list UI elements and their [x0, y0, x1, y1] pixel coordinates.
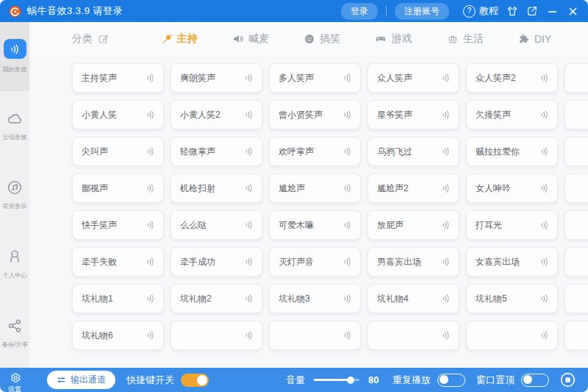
- sound-card[interactable]: [564, 63, 588, 93]
- sound-card-label: 鄙视声: [82, 182, 144, 195]
- sound-card[interactable]: 可爱木嘛: [269, 210, 361, 240]
- sound-card[interactable]: 女人呻吟: [466, 174, 558, 203]
- sidebar-item-label: 我的音效: [2, 65, 26, 74]
- sound-card-label: 坑礼物6: [82, 329, 144, 342]
- close-button[interactable]: [567, 5, 579, 18]
- sidebar-item-profile[interactable]: 个人中心: [0, 229, 29, 299]
- sound-card[interactable]: 牵手失败: [72, 247, 164, 277]
- sound-card[interactable]: 么么哒: [171, 210, 262, 240]
- sound-card[interactable]: 男嘉宾出场: [368, 247, 459, 277]
- sound-card[interactable]: 小黄人笑2: [171, 100, 262, 129]
- sound-card[interactable]: [171, 321, 262, 350]
- sound-card[interactable]: 快手笑声: [72, 210, 164, 240]
- speaker-waves-icon: [440, 109, 451, 121]
- login-button[interactable]: 登录: [341, 3, 378, 20]
- sound-card[interactable]: [564, 174, 588, 203]
- tab-shout[interactable]: 喊麦: [232, 32, 269, 46]
- sound-card[interactable]: [564, 100, 588, 129]
- sound-card[interactable]: 爽朗笑声: [171, 63, 262, 93]
- sidebar-item-settings[interactable]: 设置: [0, 368, 29, 392]
- sidebar-item-cloud-sounds[interactable]: 云端音效: [0, 91, 29, 160]
- sound-card[interactable]: 尴尬声: [269, 174, 361, 203]
- sound-card-label: 尴尬声2: [377, 182, 440, 195]
- category-button[interactable]: 分类: [72, 32, 110, 46]
- sound-card[interactable]: 多人笑声: [269, 63, 361, 93]
- tab-game[interactable]: 游戏: [375, 32, 412, 46]
- popout-icon[interactable]: [526, 5, 538, 17]
- hotkey-toggle[interactable]: [181, 374, 209, 387]
- sound-card-label: 可爱木嘛: [279, 219, 341, 232]
- sound-card[interactable]: 欢呼掌声: [269, 137, 361, 166]
- sound-card[interactable]: [564, 321, 588, 350]
- sidebar-item-my-sounds[interactable]: 我的音效: [0, 22, 29, 91]
- volume-knob[interactable]: [347, 377, 354, 384]
- sound-card[interactable]: [466, 321, 558, 350]
- stop-button[interactable]: [559, 371, 576, 388]
- microphone-icon: [161, 33, 173, 45]
- sound-card[interactable]: 尖叫声: [72, 137, 164, 166]
- sound-card-label: 曾小贤笑声: [279, 109, 341, 121]
- sound-card-label: 放屁声: [377, 219, 440, 232]
- tab-funny[interactable]: 搞笑: [304, 32, 340, 46]
- sound-card[interactable]: 女嘉宾出场: [466, 247, 558, 277]
- sound-card[interactable]: 坑礼物2: [171, 284, 262, 313]
- sound-card[interactable]: 曾小贤笑声: [269, 100, 361, 129]
- sidebar-item-bg-music[interactable]: 背景音乐: [0, 160, 29, 229]
- sound-card[interactable]: [564, 137, 588, 166]
- output-channel-button[interactable]: 输出通道: [47, 371, 115, 389]
- bottombar: 设置 输出通道 快捷键开关 音量 80 重复播放 窗口置顶: [0, 368, 588, 392]
- sound-card[interactable]: 坑礼物4: [368, 284, 459, 313]
- sound-card[interactable]: 众人笑声2: [466, 63, 558, 93]
- sound-card[interactable]: 尴尬声2: [368, 174, 459, 203]
- tab-host[interactable]: 主持: [161, 32, 198, 46]
- sound-card[interactable]: 轻微掌声: [171, 137, 262, 166]
- sound-card[interactable]: 众人笑声: [368, 63, 459, 93]
- sidebar-item-backup-share[interactable]: 备份/分享: [0, 299, 29, 368]
- sound-card[interactable]: 主持笑声: [72, 63, 164, 93]
- topmost-toggle[interactable]: [521, 374, 549, 387]
- sound-card[interactable]: [368, 321, 459, 350]
- sound-card[interactable]: 放屁声: [368, 210, 459, 240]
- sound-card[interactable]: [564, 247, 588, 277]
- sound-card[interactable]: 坑礼物5: [466, 284, 558, 313]
- sound-card[interactable]: 乌鸦飞过: [368, 137, 459, 166]
- sound-card[interactable]: 欠揍笑声: [466, 100, 558, 129]
- sound-card-label: 男嘉宾出场: [377, 256, 440, 268]
- sound-card[interactable]: 鄙视声: [72, 174, 164, 203]
- volume-slider[interactable]: [314, 379, 359, 381]
- sound-card[interactable]: 机枪扫射: [171, 174, 262, 203]
- edit-icon: [98, 33, 110, 45]
- sound-card[interactable]: 坑礼物6: [72, 321, 164, 350]
- sound-card-label: 小黄人笑: [82, 109, 144, 121]
- minimize-button[interactable]: [546, 5, 559, 18]
- sound-card-label: 主持笑声: [82, 72, 144, 85]
- sound-card[interactable]: [269, 321, 361, 350]
- output-channel-label: 输出通道: [71, 374, 106, 386]
- speaker-waves-icon: [341, 109, 353, 121]
- sound-card[interactable]: [564, 284, 588, 313]
- sidebar-item-label: 备份/分享: [1, 340, 27, 349]
- tutorial-button[interactable]: ? 教程: [463, 4, 498, 18]
- speaker-waves-icon: [144, 109, 156, 121]
- skin-icon[interactable]: [506, 5, 518, 17]
- sound-card[interactable]: [564, 210, 588, 240]
- tab-life[interactable]: 生活: [447, 32, 484, 46]
- speaker-waves-icon: [440, 256, 451, 268]
- sound-card[interactable]: 打耳光: [466, 210, 558, 240]
- register-button[interactable]: 注册账号: [395, 3, 449, 20]
- speaker-waves-icon: [243, 146, 254, 157]
- sound-card-label: 女人呻吟: [476, 182, 538, 195]
- sound-card[interactable]: 坑礼物1: [72, 284, 164, 313]
- sound-card[interactable]: 贼拉拉爱你: [466, 137, 558, 166]
- sound-card-label: 欠揍笑声: [476, 109, 538, 121]
- tab-label: 主持: [177, 32, 198, 46]
- tab-diy[interactable]: DIY: [518, 32, 551, 46]
- sound-card[interactable]: 坑礼物3: [269, 284, 361, 313]
- sound-card[interactable]: 小黄人笑: [72, 100, 164, 129]
- sound-card[interactable]: 牵手成功: [171, 247, 262, 277]
- app-logo-icon: [9, 5, 21, 18]
- titlebar-actions: 登录 注册账号 ? 教程: [341, 3, 579, 20]
- sound-card[interactable]: 星爷笑声: [368, 100, 459, 129]
- sound-card[interactable]: 灭灯声音: [269, 247, 361, 277]
- repeat-toggle[interactable]: [437, 374, 465, 387]
